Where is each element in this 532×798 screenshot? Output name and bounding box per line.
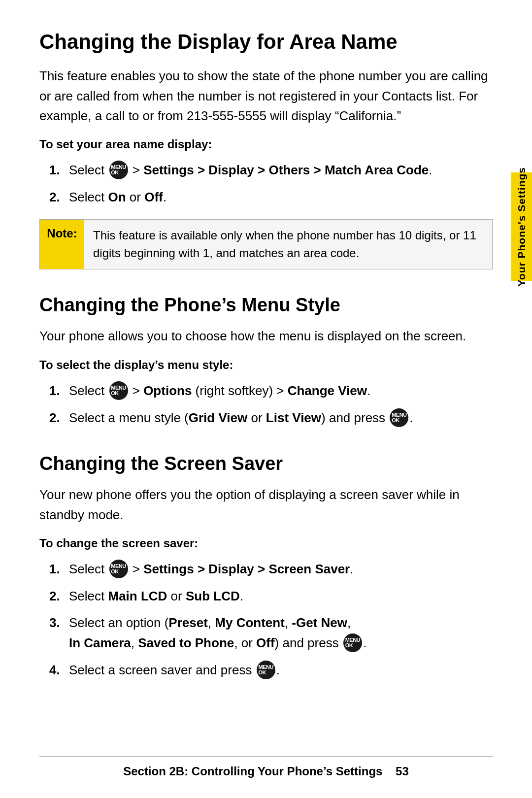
section2-title: Changing the Phone’s Menu Style — [39, 294, 493, 317]
section1-step1: 1. Select MENUOK > Settings > Display > … — [39, 160, 493, 180]
section3-step3: 3. Select an option (Preset, My Content,… — [39, 613, 493, 653]
section3-step4: 4. Select a screen saver and press MENUO… — [39, 660, 493, 680]
menu-icon-4: MENUOK — [109, 560, 128, 578]
step-number: 3. — [49, 613, 69, 632]
side-tab-text: Your Phone's Settings — [516, 167, 528, 287]
step-number: 2. — [49, 408, 69, 428]
step3-content: Select an option (Preset, My Content, -G… — [69, 613, 493, 653]
note-label: Note: — [40, 220, 84, 269]
footer-section-text: Section 2B: Controlling Your Phone’s Set… — [123, 765, 382, 778]
section3-step1: 1. Select MENUOK > Settings > Display > … — [39, 559, 493, 579]
step-number: 4. — [49, 660, 69, 680]
section1-step2: 2. Select On or Off. — [39, 187, 493, 207]
step4-content: Select a screen saver and press MENUOK. — [69, 660, 493, 680]
step2-content: Select a menu style (Grid View or List V… — [69, 408, 493, 428]
section3-title: Changing the Screen Saver — [39, 453, 493, 475]
note-box: Note: This feature is available only whe… — [39, 219, 493, 269]
section1-intro: This feature enables you to show the sta… — [39, 66, 493, 126]
step-number: 1. — [49, 381, 69, 400]
step-number: 1. — [49, 559, 69, 579]
step2-content: Select Main LCD or Sub LCD. — [69, 586, 493, 606]
footer-page-number: 53 — [396, 765, 409, 778]
step-number: 2. — [49, 586, 69, 606]
section2-instruction-label: To select the display’s menu style: — [39, 358, 493, 372]
menu-icon-6: MENUOK — [257, 661, 275, 679]
section2-intro: Your phone allows you to choose how the … — [39, 326, 493, 346]
menu-icon-2: MENUOK — [109, 381, 128, 400]
page-container: Your Phone's Settings Changing the Displ… — [0, 0, 532, 798]
step2-content: Select On or Off. — [69, 187, 493, 207]
section2-step1: 1. Select MENUOK > Options (right softke… — [39, 381, 493, 401]
step1-content: Select MENUOK > Settings > Display > Oth… — [69, 160, 493, 180]
step1-content: Select MENUOK > Settings > Display > Scr… — [69, 559, 493, 579]
section2-step2: 2. Select a menu style (Grid View or Lis… — [39, 408, 493, 428]
section3-intro: Your new phone offers you the option of … — [39, 485, 493, 525]
side-tab: Your Phone's Settings — [511, 172, 532, 281]
menu-icon-3: MENUOK — [390, 408, 408, 427]
section3-steps: 1. Select MENUOK > Settings > Display > … — [39, 559, 493, 680]
step1-content: Select MENUOK > Options (right softkey) … — [69, 381, 493, 401]
section3-instruction-label: To change the screen saver: — [39, 536, 493, 550]
step-number: 1. — [49, 160, 69, 180]
note-content: This feature is available only when the … — [84, 220, 492, 269]
menu-icon-1: MENUOK — [109, 161, 128, 179]
footer: Section 2B: Controlling Your Phone’s Set… — [39, 756, 493, 778]
step-number: 2. — [49, 187, 69, 207]
section3-step2: 2. Select Main LCD or Sub LCD. — [39, 586, 493, 606]
section1-steps: 1. Select MENUOK > Settings > Display > … — [39, 160, 493, 207]
menu-icon-5: MENUOK — [343, 633, 362, 652]
section1-instruction-label: To set your area name display: — [39, 137, 493, 151]
section1-title: Changing the Display for Area Name — [39, 30, 493, 54]
section2-steps: 1. Select MENUOK > Options (right softke… — [39, 381, 493, 428]
